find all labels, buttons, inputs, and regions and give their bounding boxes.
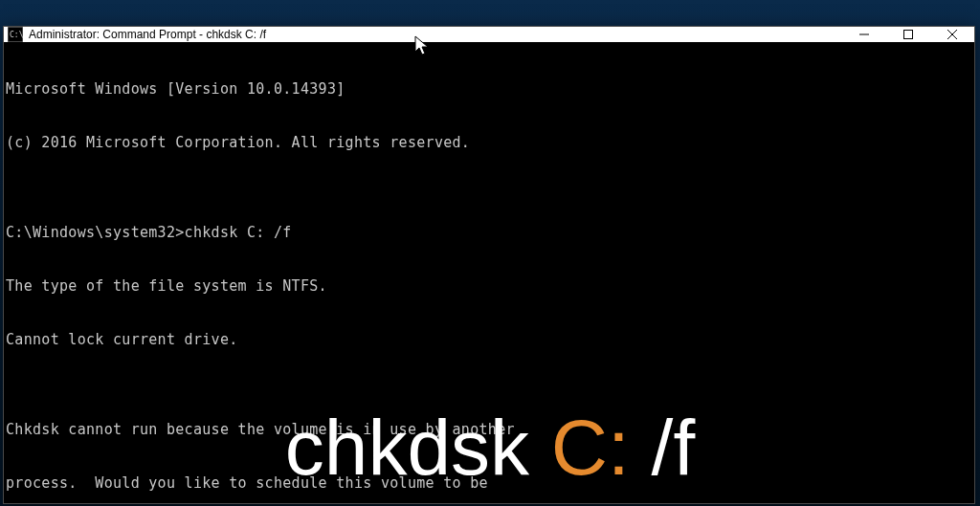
- command-prompt-window: C:\ Administrator: Command Prompt - chkd…: [3, 26, 975, 504]
- console-line: Cannot lock current drive.: [6, 331, 972, 349]
- console-line: C:\Windows\system32>chkdsk C: /f: [6, 224, 972, 242]
- screen: C:\ Administrator: Command Prompt - chkd…: [0, 0, 980, 506]
- minimize-button[interactable]: [842, 27, 886, 42]
- titlebar[interactable]: C:\ Administrator: Command Prompt - chkd…: [4, 27, 974, 42]
- console-line: The type of the file system is NTFS.: [6, 277, 972, 296]
- console-line: (c) 2016 Microsoft Corporation. All righ…: [6, 134, 972, 152]
- svg-text:C:\: C:\: [10, 31, 23, 39]
- window-controls: [842, 27, 974, 42]
- close-button[interactable]: [930, 27, 974, 42]
- console-line: process. Would you like to schedule this…: [6, 474, 972, 493]
- console-line: Chkdsk cannot run because the volume is …: [6, 421, 972, 439]
- maximize-button[interactable]: [886, 27, 930, 42]
- console-line: Microsoft Windows [Version 10.0.14393]: [6, 80, 972, 99]
- svg-rect-3: [904, 31, 913, 39]
- console-output[interactable]: Microsoft Windows [Version 10.0.14393] (…: [4, 42, 974, 504]
- window-title: Administrator: Command Prompt - chkdsk C…: [29, 28, 266, 41]
- cmd-icon: C:\: [8, 27, 23, 42]
